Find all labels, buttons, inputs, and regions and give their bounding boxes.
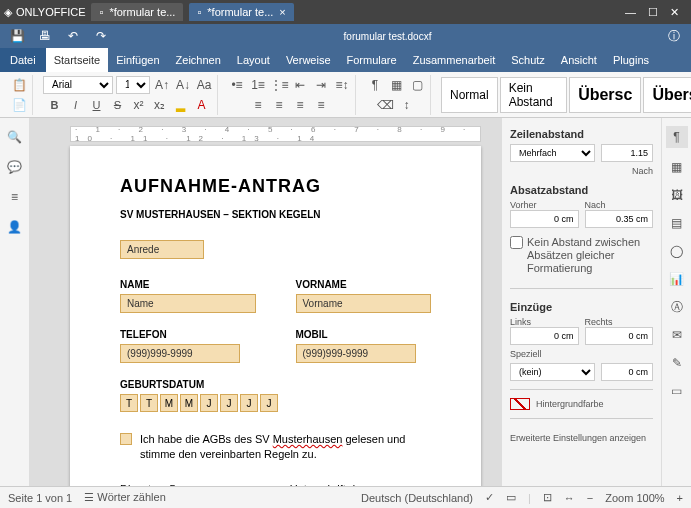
linespacing-value[interactable]: [601, 144, 653, 162]
headings-icon[interactable]: ≡: [6, 188, 24, 206]
style-nospace[interactable]: Kein Abstand: [500, 77, 567, 113]
align-left-icon[interactable]: ≡: [249, 96, 267, 114]
shape-settings-icon[interactable]: ◯: [668, 242, 686, 260]
signature-settings-icon[interactable]: ✎: [668, 354, 686, 372]
style-normal[interactable]: Normal: [441, 77, 498, 113]
indent-inc-icon[interactable]: ⇥: [312, 76, 330, 94]
style-heading1[interactable]: Übersc: [569, 77, 641, 113]
fit-page-icon[interactable]: ⊡: [543, 491, 552, 504]
close-icon[interactable]: ×: [279, 6, 285, 18]
date-char[interactable]: T: [140, 394, 158, 412]
maximize-icon[interactable]: ☐: [648, 6, 658, 19]
shading-icon[interactable]: ▦: [387, 76, 405, 94]
font-shrink-icon[interactable]: A↓: [174, 76, 192, 94]
indent-dec-icon[interactable]: ⇤: [291, 76, 309, 94]
document-tab-active[interactable]: ▫ *formular te... ×: [189, 3, 293, 21]
date-char[interactable]: M: [160, 394, 178, 412]
field-name[interactable]: Name: [120, 294, 256, 313]
superscript-icon[interactable]: x²: [130, 96, 148, 114]
redo-icon[interactable]: ↷: [92, 27, 110, 45]
copy-icon[interactable]: 📋: [10, 76, 28, 94]
checkbox-agb[interactable]: [120, 433, 132, 445]
italic-icon[interactable]: I: [67, 96, 85, 114]
comments-icon[interactable]: 💬: [6, 158, 24, 176]
subscript-icon[interactable]: x₂: [151, 96, 169, 114]
table-settings-icon[interactable]: ▦: [668, 158, 686, 176]
undo-icon[interactable]: ↶: [64, 27, 82, 45]
menu-insert[interactable]: Einfügen: [108, 48, 167, 72]
menu-plugins[interactable]: Plugins: [605, 48, 657, 72]
font-color-icon[interactable]: A: [193, 96, 211, 114]
font-family-select[interactable]: Arial: [43, 76, 113, 94]
menu-view[interactable]: Ansicht: [553, 48, 605, 72]
special-indent-select[interactable]: (kein): [510, 363, 595, 381]
clear-format-icon[interactable]: ⌫: [377, 96, 395, 114]
page[interactable]: AUFNAHME-ANTRAG SV MUSTERHAUSEN – SEKTIO…: [70, 146, 481, 486]
paste-icon[interactable]: 📄: [10, 96, 28, 114]
date-char[interactable]: J: [260, 394, 278, 412]
bullets-icon[interactable]: •≡: [228, 76, 246, 94]
nonprinting-icon[interactable]: ¶: [366, 76, 384, 94]
special-indent-value[interactable]: [601, 363, 653, 381]
underline-icon[interactable]: U: [88, 96, 106, 114]
zoom-in-icon[interactable]: +: [677, 492, 683, 504]
save-icon[interactable]: 💾: [8, 27, 26, 45]
checkbox-nospacing[interactable]: [510, 236, 523, 249]
field-anrede[interactable]: Anrede: [120, 240, 204, 259]
menu-references[interactable]: Verweise: [278, 48, 339, 72]
image-settings-icon[interactable]: 🖼: [668, 186, 686, 204]
date-char[interactable]: M: [180, 394, 198, 412]
paragraph-settings-icon[interactable]: ¶: [666, 126, 688, 148]
menu-forms[interactable]: Formulare: [339, 48, 405, 72]
spacing-after[interactable]: [585, 210, 654, 228]
status-language[interactable]: Deutsch (Deutschland): [361, 492, 473, 504]
strike-icon[interactable]: S: [109, 96, 127, 114]
font-size-select[interactable]: 11: [116, 76, 150, 94]
change-case-icon[interactable]: Aa: [195, 76, 213, 94]
sort-icon[interactable]: ↕: [398, 96, 416, 114]
print-icon[interactable]: 🖶: [36, 27, 54, 45]
menu-home[interactable]: Startseite: [46, 48, 108, 72]
multilevel-icon[interactable]: ⋮≡: [270, 76, 288, 94]
align-center-icon[interactable]: ≡: [270, 96, 288, 114]
field-geburtsdatum[interactable]: T T M M J J J J: [120, 394, 431, 412]
highlight-icon[interactable]: ▂: [172, 96, 190, 114]
date-char[interactable]: T: [120, 394, 138, 412]
field-vorname[interactable]: Vorname: [296, 294, 432, 313]
document-tab[interactable]: ▫ *formular te...: [91, 3, 183, 21]
status-words[interactable]: ☰ Wörter zählen: [84, 491, 166, 504]
align-justify-icon[interactable]: ≡: [312, 96, 330, 114]
indent-left[interactable]: [510, 327, 579, 345]
mailmerge-settings-icon[interactable]: ✉: [668, 326, 686, 344]
date-char[interactable]: J: [240, 394, 258, 412]
zoom-out-icon[interactable]: −: [587, 492, 593, 504]
field-telefon[interactable]: (999)999-9999: [120, 344, 240, 363]
search-icon[interactable]: 🔍: [6, 128, 24, 146]
menu-collab[interactable]: Zusammenarbeit: [405, 48, 504, 72]
advanced-settings-link[interactable]: Erweiterte Einstellungen anzeigen: [510, 433, 653, 443]
linespacing-icon[interactable]: ≡↕: [333, 76, 351, 94]
date-char[interactable]: J: [200, 394, 218, 412]
feedback-icon[interactable]: 👤: [6, 218, 24, 236]
bgcolor-swatch[interactable]: [510, 398, 530, 410]
close-icon[interactable]: ✕: [670, 6, 679, 19]
menu-protect[interactable]: Schutz: [503, 48, 553, 72]
indent-right[interactable]: [585, 327, 654, 345]
align-right-icon[interactable]: ≡: [291, 96, 309, 114]
fit-width-icon[interactable]: ↔: [564, 492, 575, 504]
spacing-before[interactable]: [510, 210, 579, 228]
document-area[interactable]: · 1 · 2 · 3 · 4 · 5 · 6 · 7 · 8 · 9 · 10…: [30, 118, 501, 486]
menu-draw[interactable]: Zeichnen: [168, 48, 229, 72]
trackchanges-icon[interactable]: ▭: [506, 491, 516, 504]
menu-file[interactable]: Datei: [0, 48, 46, 72]
form-settings-icon[interactable]: ▭: [668, 382, 686, 400]
menu-layout[interactable]: Layout: [229, 48, 278, 72]
ruler[interactable]: · 1 · 2 · 3 · 4 · 5 · 6 · 7 · 8 · 9 · 10…: [70, 126, 481, 142]
user-icon[interactable]: ⓘ: [665, 27, 683, 45]
linespacing-select[interactable]: Mehrfach: [510, 144, 595, 162]
chart-settings-icon[interactable]: 📊: [668, 270, 686, 288]
spellcheck-icon[interactable]: ✓: [485, 491, 494, 504]
style-heading2[interactable]: Übersch: [643, 77, 691, 113]
font-grow-icon[interactable]: A↑: [153, 76, 171, 94]
minimize-icon[interactable]: —: [625, 6, 636, 19]
